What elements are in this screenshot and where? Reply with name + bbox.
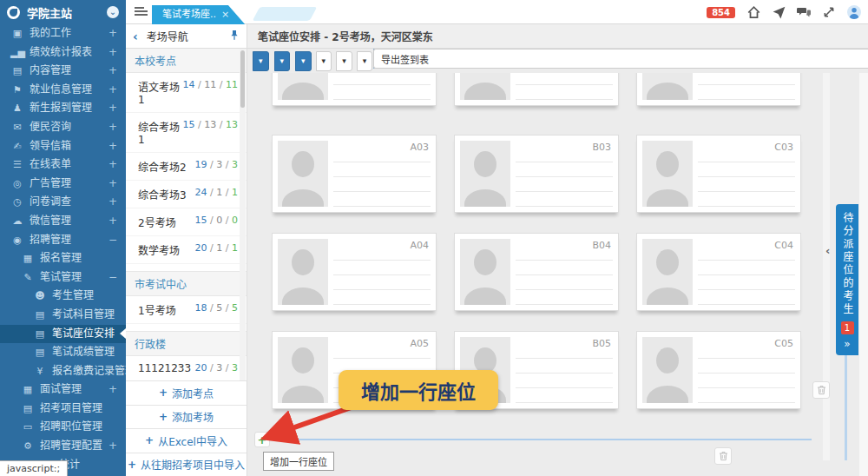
exam-room-list: 本校考点语文考场114 / 11 / 11综合考场115 / 13 / 13综合… bbox=[126, 49, 247, 380]
pin-icon[interactable] bbox=[229, 30, 240, 43]
sidebar-collapse-icon[interactable]: ⌄ bbox=[107, 6, 119, 18]
collapse-icon[interactable]: − bbox=[108, 268, 117, 288]
sidebar-item-8[interactable]: ◎广告管理+ bbox=[0, 175, 126, 194]
page-title: 笔试座位安排 - 2号考场，天河区棠东 bbox=[247, 24, 868, 49]
sidebar-item-0[interactable]: ▣我的工作+ bbox=[0, 24, 126, 43]
notification-badge[interactable]: 854 bbox=[707, 7, 735, 18]
expand-icon[interactable]: + bbox=[108, 155, 117, 175]
user-avatar-icon[interactable] bbox=[847, 5, 861, 19]
sidebar-item-7[interactable]: ☰在线表单+ bbox=[0, 155, 126, 175]
dropdown-caret-icon[interactable]: ▾ bbox=[295, 51, 312, 71]
expand-icon[interactable]: + bbox=[108, 212, 117, 231]
sidebar-item-4[interactable]: ♟新生报到管理+ bbox=[0, 99, 126, 118]
seat-card[interactable] bbox=[272, 73, 437, 106]
exam-room-item[interactable]: 1号考场18 / 5 / 5 bbox=[126, 296, 247, 324]
dropdown-caret-icon[interactable]: ▾ bbox=[336, 51, 352, 71]
sidebar-item-17[interactable]: ▤笔试成绩管理 bbox=[0, 343, 126, 362]
expand-icon[interactable]: + bbox=[108, 43, 117, 63]
sidebar-item-11[interactable]: ◉招聘管理− bbox=[0, 231, 126, 250]
delete-row-button-side[interactable] bbox=[812, 381, 830, 399]
sidebar-item-3[interactable]: ⚑就业信息管理+ bbox=[0, 81, 126, 100]
logo-row[interactable]: 学院主站 ⌄ bbox=[0, 0, 126, 24]
tab-exam-seats[interactable]: 笔试考场座..× bbox=[152, 5, 245, 24]
seat-photo-placeholder bbox=[642, 141, 693, 207]
seat-card-C03[interactable]: C03 bbox=[636, 135, 801, 213]
sidebar-item-19[interactable]: ▦面试管理+ bbox=[0, 380, 126, 400]
nav-scrollbar[interactable] bbox=[240, 49, 246, 380]
expand-icon[interactable]: + bbox=[108, 437, 117, 456]
nav-action-2[interactable]: +从Excel中导入 bbox=[126, 428, 247, 453]
sidebar-item-22[interactable]: ⚙招聘管理配置+ bbox=[0, 437, 126, 456]
sidebar-item-label: 便民咨询 bbox=[30, 121, 71, 133]
expand-icon[interactable]: + bbox=[108, 193, 117, 212]
home-icon[interactable] bbox=[746, 5, 760, 19]
nav-action-3[interactable]: +从往期招考项目中导入 bbox=[126, 453, 247, 476]
seat-card-A04[interactable]: A04 bbox=[272, 233, 437, 311]
dropdown-caret-icon[interactable]: ▾ bbox=[357, 51, 373, 71]
expand-icon[interactable]: + bbox=[108, 137, 117, 156]
nav-action-0[interactable]: +添加考点 bbox=[126, 380, 247, 405]
panel-collapse-chevron-icon[interactable]: ‹ bbox=[825, 244, 830, 257]
sidebar-item-21[interactable]: ▭招聘职位管理 bbox=[0, 418, 126, 437]
sidebar-item-15[interactable]: ▤考试科目管理 bbox=[0, 306, 126, 325]
sidebar-item-2[interactable]: ▤内容管理+ bbox=[0, 62, 126, 81]
sidebar-item-10[interactable]: ☁微信管理+ bbox=[0, 212, 126, 231]
expand-icon[interactable]: + bbox=[108, 380, 117, 400]
sidebar-item-18[interactable]: ¥报名缴费记录管理 bbox=[0, 362, 126, 381]
toolbar-button[interactable]: 导出签到表 bbox=[373, 49, 868, 69]
sidebar-item-9[interactable]: ◷问卷调查+ bbox=[0, 193, 126, 212]
sidebar-item-13[interactable]: ✎笔试管理− bbox=[0, 268, 126, 288]
pending-students-tab[interactable]: 待分派座位的考生 1 » bbox=[836, 204, 858, 355]
sidebar-item-14[interactable]: ☻考生管理 bbox=[0, 287, 126, 306]
double-chevron-icon[interactable]: » bbox=[844, 338, 850, 350]
sidebar-item-1[interactable]: ▂▅绩效统计报表+ bbox=[0, 43, 126, 63]
seat-card[interactable] bbox=[454, 73, 619, 106]
seat-scroll-track[interactable] bbox=[823, 73, 830, 460]
exam-room-item[interactable]: 综合考场324 / 1 / 1 bbox=[126, 181, 247, 208]
add-row-button[interactable]: + bbox=[254, 432, 270, 447]
nav-action-label: 从往期招考项目中导入 bbox=[141, 457, 245, 472]
tab-close-icon[interactable]: × bbox=[221, 9, 229, 20]
seat-photo-placeholder bbox=[460, 73, 510, 100]
expand-icon[interactable]: + bbox=[108, 175, 117, 194]
sidebar-item-label: 面试管理 bbox=[40, 383, 82, 395]
sidebar-item-label: 招聘管理配置 bbox=[40, 440, 102, 452]
expand-icon[interactable] bbox=[822, 5, 836, 19]
nav-panel-header: ‹ 考场导航 bbox=[126, 24, 247, 49]
sidebar-item-6[interactable]: ✍领导信箱+ bbox=[0, 137, 126, 156]
exam-room-item[interactable]: 1112123320 / 3 / 3 bbox=[126, 356, 247, 380]
exam-room-item[interactable]: 语文考场114 / 11 / 11 bbox=[126, 73, 247, 113]
briefcase-icon: ⚑ bbox=[10, 81, 24, 100]
expand-icon[interactable]: + bbox=[108, 81, 117, 100]
sidebar-item-12[interactable]: ▦报名管理 bbox=[0, 249, 126, 268]
dropdown-caret-icon[interactable]: ▾ bbox=[316, 51, 332, 71]
collapse-icon[interactable]: − bbox=[108, 231, 117, 250]
expand-icon[interactable]: + bbox=[108, 118, 117, 137]
dropdown-caret-icon[interactable]: ▾ bbox=[253, 51, 269, 71]
sidebar-item-16[interactable]: ▤笔试座位安排 bbox=[0, 325, 126, 344]
exam-room-counts: 20 / 1 / 1 bbox=[195, 242, 238, 257]
chat-icon[interactable] bbox=[797, 5, 811, 19]
nav-action-1[interactable]: +添加考场 bbox=[126, 405, 247, 429]
seat-card-C04[interactable]: C04 bbox=[636, 233, 801, 311]
nav-action-label: 添加考点 bbox=[172, 386, 214, 400]
dropdown-caret-icon[interactable]: ▾ bbox=[274, 51, 291, 71]
expand-icon[interactable]: + bbox=[108, 24, 117, 43]
expand-icon[interactable]: + bbox=[108, 62, 117, 81]
expand-icon[interactable]: + bbox=[108, 99, 117, 118]
exam-room-item[interactable]: 综合考场219 / 3 / 3 bbox=[126, 153, 247, 181]
exam-room-item[interactable]: 综合考场115 / 13 / 13 bbox=[126, 113, 247, 153]
seat-card-B04[interactable]: B04 bbox=[454, 233, 619, 311]
exam-room-item[interactable]: 数学考场20 / 1 / 1 bbox=[126, 236, 247, 264]
back-chevron-icon[interactable]: ‹ bbox=[133, 30, 138, 43]
sidebar-item-20[interactable]: ▤招考项目管理 bbox=[0, 400, 126, 419]
send-icon[interactable] bbox=[772, 5, 786, 19]
sidebar-item-5[interactable]: ✉便民咨询+ bbox=[0, 118, 126, 137]
seat-card-A03[interactable]: A03 bbox=[272, 135, 437, 213]
exam-room-item[interactable]: 2号考场15 / 0 / 0 bbox=[126, 208, 247, 236]
delete-row-button-bottom[interactable] bbox=[714, 447, 732, 465]
seat-card[interactable] bbox=[636, 73, 801, 106]
seat-card-B03[interactable]: B03 bbox=[454, 135, 619, 213]
seat-card-C05[interactable]: C05 bbox=[636, 331, 801, 409]
sidebar-toggle-icon[interactable] bbox=[135, 6, 148, 17]
